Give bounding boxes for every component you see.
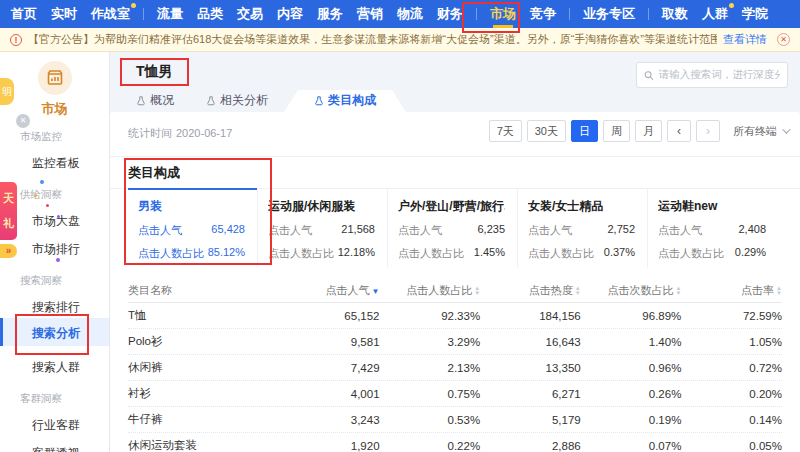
period-30d-button[interactable]: 30天: [527, 120, 566, 142]
metric-value: 12.18%: [338, 246, 375, 261]
sidebar-item-monitor-board[interactable]: 监控看板: [32, 155, 80, 172]
category-cards: 男装 点击人气65,428 点击人数占比85.12% 运动服/休闲服装 点击人气…: [110, 188, 800, 268]
promo-banner[interactable]: 天 礼: [0, 182, 17, 240]
cell-value: 0.22%: [380, 440, 481, 452]
flask-icon: [206, 96, 216, 106]
nav-divider: [476, 8, 477, 20]
period-7d-button[interactable]: 7天: [489, 120, 522, 142]
col-click-people-ratio-sort[interactable]: 点击人数占比▲▼: [380, 283, 481, 298]
top-nav: 首页 实时 作战室 流量 品类 交易 内容 服务 营销 物流 财务 市场 竞争 …: [0, 0, 800, 28]
metric-value: 0.29%: [735, 246, 766, 261]
announcement-bar: ! 【官方公告】为帮助亲们精准评估618大促会场等渠道效果，生意参谋流量来源将新…: [0, 28, 800, 52]
nav-data-fetch[interactable]: 取数: [655, 0, 695, 28]
nav-category[interactable]: 品类: [190, 0, 230, 28]
nav-business-zone[interactable]: 业务专区: [576, 0, 642, 28]
metric-value: 1.45%: [474, 246, 505, 261]
confetti-dot: [40, 180, 44, 184]
metric-value: 2,752: [607, 223, 635, 238]
close-icon[interactable]: ✕: [777, 33, 790, 46]
confetti-dot: [46, 204, 49, 207]
chevron-down-icon: [782, 125, 790, 133]
col-click-heat-sort[interactable]: 点击热度▲▼: [480, 283, 581, 298]
nav-logistics[interactable]: 物流: [390, 0, 430, 28]
nav-content[interactable]: 内容: [270, 0, 310, 28]
cell-value: 96.89%: [581, 310, 682, 322]
terminal-filter-dropdown[interactable]: 所有终端: [733, 124, 788, 139]
nav-academy[interactable]: 学院: [735, 0, 775, 28]
stats-time: 统计时间2020-06-17: [128, 126, 232, 141]
metric-label: 点击人数占比: [138, 246, 204, 261]
tab-category-composition[interactable]: 类目构成: [284, 90, 406, 112]
main-content: T恤男 请输入搜索词，进行深度分析 概况 相关分析 类目构成: [110, 52, 800, 452]
period-day-button[interactable]: 日: [571, 120, 598, 142]
nav-war-room[interactable]: 作战室: [84, 0, 137, 28]
cell-category: T恤: [128, 308, 279, 323]
flask-icon: [136, 96, 146, 106]
col-click-times-ratio-sort[interactable]: 点击次数占比▲▼: [581, 283, 682, 298]
category-card-outdoor[interactable]: 户外/登山/野营/旅行... 点击人气6,235 点击人数占比1.45%: [388, 189, 518, 268]
col-ctr-sort[interactable]: 点击率▲▼: [681, 283, 782, 298]
tab-overview[interactable]: 概况: [120, 90, 190, 112]
nav-traffic[interactable]: 流量: [150, 0, 190, 28]
promo-expand-pill[interactable]: »: [0, 244, 17, 258]
period-week-button[interactable]: 周: [603, 120, 630, 142]
nav-crowd[interactable]: 人群: [695, 0, 735, 28]
section-title-category-composition: 类目构成: [128, 164, 180, 182]
category-card-womenswear[interactable]: 女装/女士精品 点击人气2,752 点击人数占比0.37%: [518, 189, 648, 268]
prev-date-button[interactable]: ‹: [667, 120, 691, 142]
content-card: 统计时间2020-06-17 7天 30天 日 周 月 ‹ › 所有终端 类: [110, 112, 800, 452]
confetti-dot: [34, 194, 37, 197]
sort-desc-icon: ▼: [372, 287, 380, 296]
confetti-dot: [57, 215, 60, 218]
cell-value: 0.53%: [380, 414, 481, 426]
sidebar-item-industry-customer[interactable]: 行业客群: [32, 417, 80, 434]
nav-finance[interactable]: 财务: [430, 0, 470, 28]
cell-value: 1.05%: [681, 336, 782, 348]
cell-value: 0.96%: [581, 362, 682, 374]
col-click-popularity-sort[interactable]: 点击人气▼: [279, 283, 380, 298]
nav-divider: [648, 8, 649, 20]
metric-label: 点击人数占比: [268, 246, 334, 261]
metric-value: 0.37%: [604, 246, 635, 261]
category-card-sport-shoes[interactable]: 运动鞋new 点击人气2,408 点击人数占比0.29%: [648, 189, 778, 268]
sidebar-item-search-analysis[interactable]: 搜索分析: [32, 325, 80, 342]
cell-value: 0.14%: [681, 414, 782, 426]
sidebar-item-market-overview[interactable]: 市场大盘: [32, 213, 80, 230]
sidebar-item-search-crowd[interactable]: 搜索人群: [32, 359, 80, 376]
period-month-button[interactable]: 月: [635, 120, 662, 142]
col-category-name: 类目名称: [128, 283, 279, 298]
category-card-menswear[interactable]: 男装 点击人气65,428 点击人数占比85.12%: [128, 189, 258, 268]
sidebar-section-supply-insight: 供给洞察: [20, 188, 62, 202]
nav-service[interactable]: 服务: [310, 0, 350, 28]
help-float-tag[interactable]: 明: [0, 78, 14, 105]
category-table: 类目名称 点击人气▼ 点击人数占比▲▼ 点击热度▲▼ 点击次数占比▲▼ 点击率▲…: [128, 278, 782, 452]
table-row: 衬衫 4,001 0.75% 6,271 0.26% 0.20%: [128, 381, 782, 407]
sidebar-item-search-ranking[interactable]: 搜索排行: [32, 299, 80, 316]
nav-market-active[interactable]: 市场: [483, 0, 523, 28]
sidebar-item-market-ranking[interactable]: 市场排行: [32, 241, 80, 258]
cell-value: 0.07%: [581, 440, 682, 452]
sidebar-item-customer-lens[interactable]: 客群透视: [32, 445, 80, 452]
announcement-link[interactable]: 查看详情: [723, 32, 767, 47]
tab-related-analysis[interactable]: 相关分析: [190, 90, 284, 112]
flask-icon: [314, 96, 324, 106]
nav-trade[interactable]: 交易: [230, 0, 270, 28]
nav-competition[interactable]: 竞争: [523, 0, 563, 28]
next-date-button[interactable]: ›: [696, 120, 720, 142]
sidebar-close-icon[interactable]: ✕: [16, 114, 30, 128]
metric-value: 65,428: [211, 223, 245, 238]
nav-realtime[interactable]: 实时: [44, 0, 84, 28]
category-card-sportswear[interactable]: 运动服/休闲服装 点击人气21,568 点击人数占比12.18%: [258, 189, 388, 268]
metric-value: 85.12%: [208, 246, 245, 261]
nav-marketing[interactable]: 营销: [350, 0, 390, 28]
notification-dot: [729, 3, 734, 8]
cell-value: 4,001: [279, 388, 380, 400]
search-placeholder: 请输入搜索词，进行深度分析: [659, 68, 780, 82]
nav-crowd-label: 人群: [702, 6, 728, 21]
stats-time-value: 2020-06-17: [176, 127, 232, 139]
nav-home[interactable]: 首页: [4, 0, 44, 28]
sidebar-module-title: 市场: [0, 100, 109, 118]
search-input[interactable]: 请输入搜索词，进行深度分析: [636, 62, 788, 88]
cell-category: Polo衫: [128, 334, 279, 349]
tab-overview-label: 概况: [150, 92, 174, 109]
